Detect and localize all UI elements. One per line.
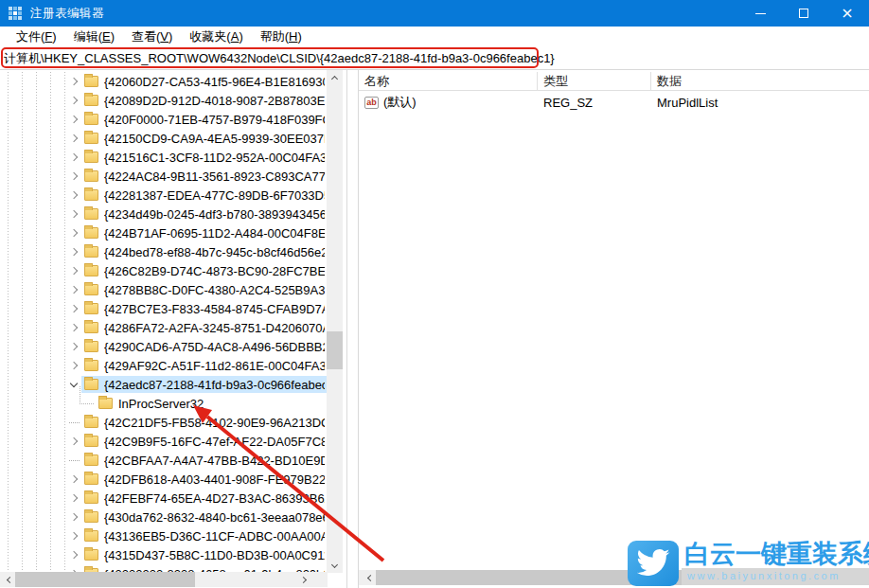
tree-row-label: {42060D27-CA53-41f5-96E4-B1E8169308A [104, 75, 325, 89]
values-list: ab(默认) REG_SZ MruPidlList [359, 93, 869, 112]
address-path: 计算机\HKEY_CLASSES_ROOT\WOW6432Node\CLSID\… [4, 50, 555, 67]
tree-row[interactable]: {4224AC84-9B11-3561-8923-C893CA77AC [0, 167, 328, 186]
close-button[interactable]: × [825, 0, 869, 27]
expand-chevron[interactable] [66, 268, 81, 274]
tree-row-label: {4224AC84-9B11-3561-8923-C893CA77AC [104, 169, 325, 184]
minimize-button[interactable] [738, 0, 782, 27]
column-header-name[interactable]: 名称 [359, 72, 538, 90]
tree-row[interactable]: {420F0000-71EB-4757-B979-418F039FC1F [0, 110, 328, 129]
tree-row[interactable]: {42FEBF74-65EA-4D27-B3AC-86393B6AFA [0, 489, 328, 508]
expand-chevron[interactable] [66, 438, 81, 444]
tree-row[interactable]: {42281387-EDEA-477C-89DB-6F7033D518 [0, 186, 328, 205]
tree-vertical-scrollbar[interactable] [327, 70, 343, 573]
tree-row[interactable]: {4315D437-5B8C-11D0-BD3B-00A0C911C [0, 545, 328, 564]
tree-row[interactable]: {426C82B9-D74C-4873-BC90-28FC7BE0A3 [0, 261, 328, 280]
scroll-down-icon[interactable] [327, 559, 343, 573]
expand-chevron[interactable] [66, 460, 81, 461]
expand-chevron[interactable] [66, 514, 81, 520]
tree-row[interactable]: {43136EB5-D36C-11CF-ADBC-00AA00A80 [0, 526, 328, 545]
expand-chevron[interactable] [66, 154, 81, 160]
expand-chevron[interactable] [66, 230, 81, 236]
tree-row[interactable]: {42DFB618-A403-4401-908F-FE979B2215 [0, 470, 328, 489]
main-area: {42060D27-CA53-41f5-96E4-B1E8169308A {42… [0, 70, 869, 588]
expand-chevron[interactable] [66, 495, 81, 501]
tree-row[interactable]: {42089D2D-912D-4018-9087-2B87803E93 [0, 91, 328, 110]
tree-row[interactable]: {4234d49b-0245-4df3-b780-3893943456e [0, 205, 328, 223]
folder-icon [84, 76, 98, 87]
tree-row[interactable]: {42CBFAA7-A4A7-47BB-B422-BD10E9D02 [0, 451, 328, 470]
scroll-left-icon[interactable] [0, 572, 16, 587]
expand-chevron[interactable] [80, 401, 96, 406]
expand-chevron[interactable] [66, 476, 81, 482]
expand-chevron[interactable] [66, 98, 81, 103]
tree-hscroll-thumb[interactable] [15, 572, 195, 587]
scroll-left-icon[interactable] [361, 570, 377, 585]
value-row[interactable]: ab(默认) REG_SZ MruPidlList [359, 93, 869, 112]
address-bar[interactable]: 计算机\HKEY_CLASSES_ROOT\WOW6432Node\CLSID\… [0, 47, 869, 70]
folder-icon [84, 114, 98, 125]
tree-row[interactable]: {42C21DF5-FB58-4102-90E9-96A213DC7C [0, 413, 328, 432]
string-value-icon: ab [364, 97, 379, 109]
expand-chevron[interactable] [66, 135, 81, 141]
value-type: REG_SZ [538, 96, 651, 110]
tree-row-label: {42CBFAA7-A4A7-47BB-B422-BD10E9D02 [104, 454, 325, 468]
expand-chevron[interactable] [66, 552, 81, 558]
expand-chevron[interactable] [66, 325, 81, 330]
tree-vscroll-thumb[interactable] [327, 331, 343, 369]
expand-chevron[interactable] [66, 344, 81, 349]
scroll-up-icon[interactable] [327, 70, 343, 84]
folder-icon [84, 133, 98, 144]
tree-horizontal-scrollbar[interactable] [0, 572, 328, 587]
menu-bar: 文件(F)编辑(E)查看(V)收藏夹(A)帮助(H) [0, 27, 869, 47]
expand-chevron[interactable] [66, 363, 81, 368]
menu-item[interactable]: 文件(F) [8, 27, 65, 47]
expand-chevron[interactable] [66, 192, 81, 198]
maximize-button[interactable] [782, 0, 825, 27]
expand-chevron[interactable] [66, 249, 81, 255]
tree-row[interactable]: {4278BB8C-D0FC-4380-A2C4-525B9A396F [0, 280, 328, 299]
tree-row-label: {4290CAD6-A75D-4AC8-A496-56DBBB28E [104, 340, 325, 354]
folder-icon [84, 549, 98, 561]
expand-chevron[interactable] [66, 306, 81, 312]
watermark-url: www.baiyunxitong.com [687, 570, 841, 581]
folder-icon [84, 227, 98, 239]
tree-row[interactable]: {424B71AF-0695-11D2-A484-00C04F8EFB6 [0, 223, 328, 242]
menu-item[interactable]: 收藏夹(A) [181, 27, 251, 47]
folder-icon [84, 265, 98, 276]
expand-chevron[interactable] [66, 116, 81, 122]
menu-item[interactable]: 查看(V) [123, 27, 181, 47]
tree-row-label: {43136EB5-D36C-11CF-ADBC-00AA00A80 [104, 529, 325, 543]
tree-row[interactable]: {4290CAD6-A75D-4AC8-A496-56DBBB28E [0, 337, 328, 356]
value-data: MruPidlList [651, 96, 869, 110]
tree-row-label: {42aedc87-2188-41fd-b9a3-0c966feabec1} [104, 378, 325, 392]
expand-chevron[interactable] [66, 173, 81, 179]
tree-row[interactable]: {42C9B9F5-16FC-47ef-AF22-DA05F7C842E [0, 432, 328, 451]
tree-row[interactable]: {4286FA72-A2FA-3245-8751-D4206070A1 [0, 318, 328, 337]
tree-row[interactable]: {424bed78-ef88-4b7c-945c-b8cf46d56e20 [0, 242, 328, 261]
scroll-right-icon[interactable] [296, 572, 312, 587]
tree-row[interactable]: {42150CD9-CA9A-4EA5-9939-30EE037F6E [0, 129, 328, 148]
expand-chevron[interactable] [66, 211, 81, 217]
expand-chevron[interactable] [66, 422, 81, 423]
folder-icon [84, 151, 98, 163]
tree-row[interactable]: InProcServer32 [0, 394, 328, 413]
expand-chevron[interactable] [66, 79, 81, 84]
menu-item[interactable]: 编辑(E) [65, 27, 123, 47]
tree-row-label: {4315D437-5B8C-11D0-BD3B-00A0C911C [104, 548, 325, 562]
watermark-title: 白云一键重装系统 [684, 537, 869, 571]
expand-chevron[interactable] [66, 533, 81, 539]
tree-row[interactable]: {42aedc87-2188-41fd-b9a3-0c966feabec1} [0, 375, 328, 394]
tree-row[interactable]: {429AF92C-A51F-11d2-861E-00C04FA35C [0, 356, 328, 375]
tree-row[interactable]: {421516C1-3CF8-11D2-952A-00C04FA34F0 [0, 148, 328, 167]
tree-row[interactable]: {430da762-8632-4840-bc61-3eeaa078e62 [0, 508, 328, 526]
tree-row-label: {42089D2D-912D-4018-9087-2B87803E93 [104, 94, 325, 108]
folder-icon [84, 436, 98, 447]
tree-row[interactable]: {42060D27-CA53-41f5-96E4-B1E8169308A [0, 72, 328, 91]
tree-row[interactable]: {427BC7E3-F833-4584-8745-CFAB9D7A57 [0, 299, 328, 318]
column-header-type[interactable]: 类型 [538, 72, 651, 90]
tree-row-label: {429AF92C-A51F-11d2-861E-00C04FA35C [104, 359, 325, 373]
expand-chevron[interactable] [66, 287, 81, 293]
menu-item[interactable]: 帮助(H) [252, 27, 310, 47]
column-header-data[interactable]: 数据 [651, 72, 869, 90]
folder-icon [84, 360, 98, 371]
